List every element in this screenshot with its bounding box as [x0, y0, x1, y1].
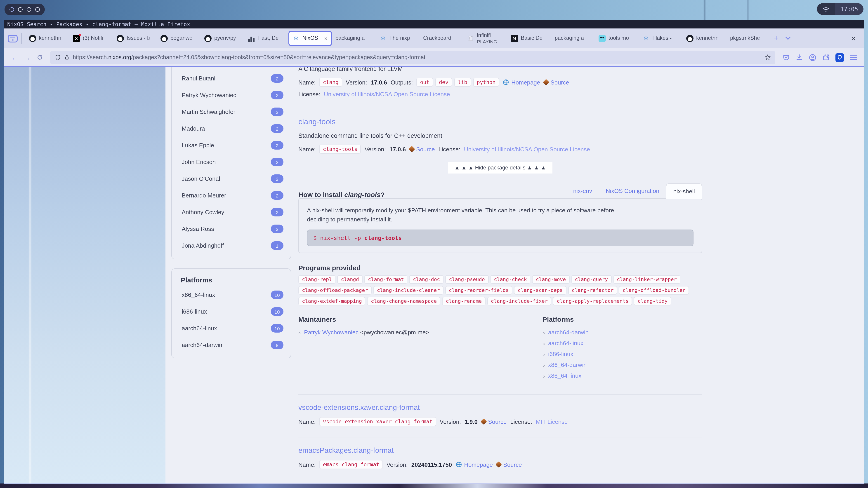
bitwarden-icon[interactable]	[835, 53, 844, 62]
source-link[interactable]: Source	[409, 146, 435, 153]
browser-tab[interactable]: kennethn	[25, 31, 69, 46]
bookmark-star-icon[interactable]	[765, 54, 771, 61]
maintainer-name: Lukas Epple	[182, 142, 214, 149]
browser-tab[interactable]: packaging a	[332, 31, 376, 46]
emacs-package-title-link[interactable]: emacsPackages.clang-format	[298, 447, 394, 455]
install-method-tab[interactable]: NixOS Configuration	[599, 184, 666, 198]
source-diamond-icon	[480, 418, 487, 425]
forward-button[interactable]: →	[21, 52, 33, 63]
tab-favicon-icon	[643, 35, 650, 42]
reload-button[interactable]	[34, 52, 46, 63]
count-badge: 10	[271, 291, 283, 299]
install-command[interactable]: $ nix-shell -p clang-tools	[307, 230, 693, 247]
license-link[interactable]: MIT License	[536, 418, 567, 425]
program-chip: clang-doc	[409, 275, 443, 284]
platform-facet-row[interactable]: aarch64-linux 10	[172, 320, 291, 337]
account-icon[interactable]	[809, 54, 816, 61]
maintainer-facet-row[interactable]: Rahul Butani 2	[172, 70, 291, 87]
workspace-dot-icon[interactable]	[18, 7, 23, 12]
browser-tab[interactable]: pkgs.mkShe	[726, 31, 770, 46]
hide-package-details-button[interactable]: ▲ ▲ ▲ Hide package details ▲ ▲ ▲	[448, 162, 552, 173]
window-close-icon[interactable]: ✕	[846, 35, 860, 42]
browser-tab[interactable]: packaging a	[551, 31, 595, 46]
count-badge: 10	[271, 324, 283, 332]
platform-facet-row[interactable]: x86_64-linux 10	[172, 287, 291, 303]
lock-icon[interactable]	[64, 54, 70, 61]
platform-facet-row[interactable]: aarch64-darwin 8	[172, 337, 291, 353]
wifi-icon	[817, 3, 835, 15]
firefox-view-icon[interactable]	[8, 35, 18, 42]
extensions-puzzle-icon[interactable]	[822, 54, 830, 61]
platform-link[interactable]: aarch64-darwin	[548, 329, 589, 336]
platform-link[interactable]: i686-linux	[548, 351, 573, 358]
browser-tab[interactable]: (3) Notifi	[69, 31, 113, 46]
program-chip: clang-include-fixer	[487, 297, 551, 306]
browser-tab[interactable]: Fast, De	[245, 31, 288, 46]
maintainer-facet-row[interactable]: Lukas Epple 2	[172, 137, 291, 154]
maintainer-facet-row[interactable]: Martin Schwaighofer 2	[172, 103, 291, 120]
workspace-dot-icon[interactable]	[35, 7, 40, 12]
workspace-dot-icon[interactable]	[9, 7, 14, 12]
tab-label: kennethn	[696, 35, 723, 41]
download-icon[interactable]	[796, 54, 803, 61]
program-chip: clang-offload-bundler	[619, 286, 689, 295]
maintainer-facet-row[interactable]: Jason O'Conal 2	[172, 170, 291, 187]
maintainer-facet-row[interactable]: John Ericson 2	[172, 154, 291, 170]
tab-label: Fast, De	[258, 35, 285, 41]
count-badge: 2	[271, 124, 283, 133]
browser-tab[interactable]: Crackboard	[420, 31, 463, 46]
maintainer-facet-row[interactable]: Patryk Wychowaniec 2	[172, 87, 291, 103]
window-controls[interactable]	[4, 4, 45, 15]
maintainer-facet-row[interactable]: Jona Abdinghoff 1	[172, 237, 291, 254]
platform-name: aarch64-darwin	[182, 341, 222, 348]
platform-link[interactable]: x86_64-linux	[548, 372, 581, 379]
platform-link[interactable]: aarch64-linux	[548, 340, 583, 347]
tab-close-icon[interactable]: ✕	[324, 36, 328, 41]
shield-icon[interactable]	[55, 54, 61, 61]
platform-facet-row[interactable]: i686-linux 10	[172, 303, 291, 320]
browser-tab[interactable]: The nixp	[376, 31, 420, 46]
maintainer-link[interactable]: Patryk Wychowaniec	[304, 329, 359, 336]
new-tab-button[interactable]: +	[770, 33, 782, 44]
install-method-tab[interactable]: nix-shell	[666, 184, 702, 199]
maintainer-facet-row[interactable]: Alyssa Ross 2	[172, 221, 291, 237]
maintainer-facet-row[interactable]: Madoura 2	[172, 120, 291, 137]
browser-tab[interactable]: Basic De	[507, 31, 551, 46]
homepage-link[interactable]: Homepage	[503, 79, 540, 86]
browser-tab[interactable]: pyenv/py	[201, 31, 245, 46]
maintainer-facet-row[interactable]: Bernardo Meurer 2	[172, 187, 291, 204]
clock: 17:05	[835, 3, 864, 15]
url-bar[interactable]: https://search.nixos.org/packages?channe…	[50, 51, 775, 64]
url-text[interactable]: https://search.nixos.org/packages?channe…	[73, 54, 761, 61]
license-link[interactable]: University of Illinois/NCSA Open Source …	[324, 91, 450, 98]
maintainer-name: Alyssa Ross	[182, 225, 214, 232]
browser-tab[interactable]: tools mo	[595, 31, 639, 46]
license-link[interactable]: University of Illinois/NCSA Open Source …	[464, 146, 590, 153]
divider	[298, 394, 702, 395]
browser-tab[interactable]: Flakes -	[639, 31, 683, 46]
clang-tools-title-link[interactable]: clang-tools	[298, 118, 336, 127]
maintainer-facet-row[interactable]: Anthony Cowley 2	[172, 204, 291, 221]
vscode-package-title-link[interactable]: vscode-extensions.xaver.clang-format	[298, 404, 420, 412]
workspace-dot-icon[interactable]	[27, 7, 31, 12]
wallpaper-glass-strip	[4, 67, 165, 484]
source-link[interactable]: Source	[544, 79, 569, 86]
count-badge: 10	[271, 307, 283, 316]
browser-tab[interactable]: infinifi PLAYING	[463, 31, 507, 46]
pocket-icon[interactable]	[782, 54, 790, 61]
menu-hamburger-icon[interactable]	[850, 55, 857, 60]
platform-link[interactable]: x86_64-darwin	[548, 362, 587, 368]
back-button[interactable]: ←	[8, 52, 20, 63]
source-link[interactable]: Source	[481, 418, 506, 425]
browser-tab[interactable]: kennethn	[683, 31, 726, 46]
list-tabs-chevron-icon[interactable]	[782, 33, 794, 44]
platforms-section: Platforms ○ aarch64-darwin ○ aarch64-lin…	[542, 316, 589, 383]
install-method-tab[interactable]: nix-env	[566, 184, 599, 198]
browser-tab[interactable]: Issues · b	[113, 31, 157, 46]
package-name-chip: clang	[319, 78, 342, 87]
divider	[21, 33, 22, 44]
browser-tab[interactable]: boganwo	[157, 31, 201, 46]
source-link[interactable]: Source	[496, 461, 522, 468]
browser-tab[interactable]: NixOS ✕	[288, 31, 332, 46]
homepage-link[interactable]: Homepage	[456, 461, 493, 468]
